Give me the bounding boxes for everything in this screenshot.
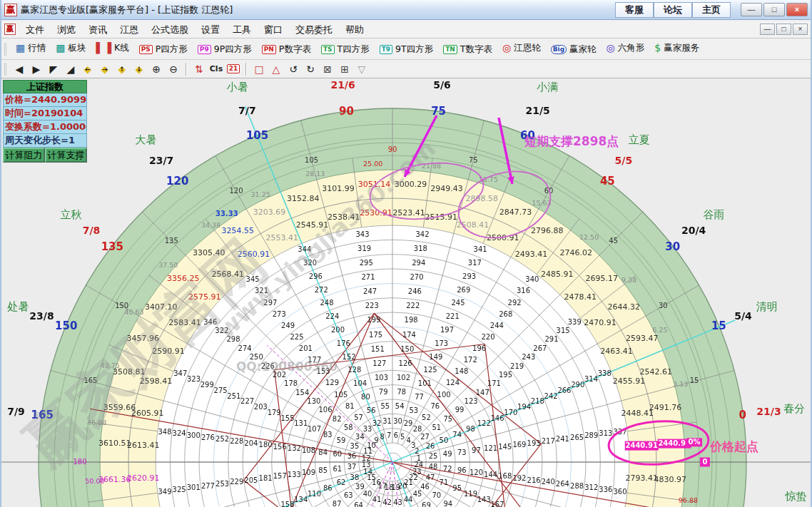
axis-flip-button[interactable]: ⇅ — [191, 61, 208, 76]
t-square-button[interactable]: TST四方形 — [316, 41, 375, 58]
panel-value-row: 价格=2440.9099 — [3, 93, 87, 107]
grid-x-button[interactable]: ⊠ — [319, 61, 336, 76]
quick-button[interactable]: 客服 — [615, 2, 654, 18]
toolbar-label: K线 — [114, 42, 129, 54]
p-table-button[interactable]: PNP数字表 — [257, 41, 316, 58]
zoom-in-button[interactable]: ⊕ — [148, 61, 165, 76]
winner-wheel-icon: Big — [551, 45, 567, 54]
toolbar-label: P数字表 — [279, 43, 311, 56]
toolbar-handle — [4, 43, 8, 56]
9t-square-button[interactable]: T99T四方形 — [375, 41, 439, 58]
menu-item[interactable]: 文件 — [19, 22, 51, 37]
pan-left-button[interactable]: ◆← — [79, 61, 96, 76]
pan-up-button[interactable]: ◆↑ — [113, 61, 131, 76]
quick-button[interactable]: 论坛 — [654, 2, 692, 18]
toolbar-separator — [245, 63, 247, 76]
app-menu-icon[interactable]: 赢 — [4, 24, 16, 35]
pan-right-button[interactable]: ◆→ — [96, 61, 113, 76]
quotes-icon: ▦ — [16, 43, 25, 53]
cls-button[interactable]: Cls — [208, 61, 225, 76]
toolbar-label: P四方形 — [156, 43, 188, 56]
menu-item[interactable]: 浏览 — [51, 22, 82, 37]
next-button[interactable]: ▶ — [28, 61, 45, 76]
prev-icon: ◀ — [16, 64, 24, 74]
hexagon-button[interactable]: ◎六角形 — [602, 40, 650, 56]
prev-button[interactable]: ◀ — [11, 61, 28, 76]
pointer-up-button[interactable]: ◤ — [45, 61, 62, 76]
toolbar-label: 板块 — [68, 42, 86, 54]
p-square-button[interactable]: PSP四方形 — [134, 41, 193, 58]
window-title: 赢家江恩专业版[赢家服务平台] - [上证指数 江恩轮] — [21, 4, 233, 16]
calc-resistance-button[interactable]: 计算阻力 — [3, 148, 45, 163]
winner-service-button[interactable]: $赢家服务 — [649, 40, 704, 56]
menu-item[interactable]: 江恩 — [113, 22, 145, 37]
arrow-glyph: ↑ — [119, 65, 125, 72]
toolbar-label: T数字表 — [460, 43, 492, 56]
arrow-glyph: ← — [85, 65, 91, 72]
menu-item[interactable]: 工具 — [226, 22, 258, 37]
fit-grid-button[interactable]: ⊞ — [336, 61, 353, 76]
arrow-glyph: → — [102, 65, 108, 72]
toolbar-handle — [4, 63, 8, 76]
kline-icon: ▌▐ — [96, 43, 111, 53]
grid-x-icon: ⊠ — [323, 64, 332, 74]
indicator-panel: 上证指数 价格=2440.9099时间=20190104变换系数=1.00000… — [3, 80, 87, 163]
minimize-button[interactable]: — — [741, 3, 762, 16]
9p-square-icon: P9 — [198, 45, 211, 54]
zoom-out-button[interactable]: ⊖ — [165, 61, 182, 76]
mdi-minimize-button[interactable]: — — [760, 24, 775, 35]
kline-button[interactable]: ▌▐K线 — [91, 40, 133, 56]
menu-item[interactable]: 设置 — [195, 22, 226, 37]
draw-square-button[interactable]: □ — [250, 61, 268, 76]
t-table-button[interactable]: TNT数字表 — [438, 41, 497, 58]
9p-square-button[interactable]: P99P四方形 — [193, 41, 257, 58]
pointer-down-button[interactable]: ◢ — [62, 61, 79, 76]
toolbar-label: 行情 — [28, 42, 46, 54]
rotate-cw-button[interactable]: ↻ — [302, 61, 319, 76]
draw-triangle-icon: △ — [273, 64, 280, 74]
chart-area: 上证指数 价格=2440.9099时间=20190104变换系数=1.00000… — [1, 78, 812, 507]
axis-flip-icon: ⇅ — [195, 64, 203, 74]
menu-item[interactable]: 公式选股 — [145, 22, 195, 37]
sectors-button[interactable]: ▩板块 — [51, 40, 91, 56]
toolbar-label: 六角形 — [618, 42, 645, 54]
mdi-close-button[interactable]: × — [793, 24, 808, 35]
draw-square-icon: □ — [254, 64, 263, 74]
sectors-icon: ▩ — [56, 43, 65, 53]
pointer-down-icon: ◢ — [67, 64, 75, 74]
draw-triangle-button[interactable]: △ — [268, 61, 285, 76]
pan-down-button[interactable]: ◆↓ — [131, 61, 148, 76]
menu-item[interactable]: 帮助 — [339, 22, 370, 37]
rotate-cw-icon: ↻ — [306, 64, 315, 74]
mdi-window-controls: —□× — [760, 24, 808, 35]
gann-wheel-icon: ◎ — [502, 43, 511, 53]
gann-wheel-button[interactable]: ◎江恩轮 — [497, 40, 546, 56]
quick-buttons: 客服论坛主页 — [615, 2, 731, 18]
menu-item[interactable]: 交易委托 — [289, 22, 339, 37]
panel-value-row: 周天变化步长=1 — [3, 134, 87, 148]
menu-item[interactable]: 资讯 — [82, 22, 113, 37]
calc-support-button[interactable]: 计算支撑 — [45, 148, 87, 163]
application-window: 赢 赢家江恩专业版[赢家服务平台] - [上证指数 江恩轮] 客服论坛主页 — … — [0, 0, 812, 507]
close-button[interactable]: × — [786, 3, 808, 16]
toolbar-label: 9T四方形 — [395, 43, 433, 56]
clear-button[interactable]: ▽ — [353, 61, 370, 76]
drawing-toolbar: ◀▶◤◢◆←◆→◆↑◆↓⊕⊖⇅Cls21□△↺↻⊠⊞▽ — [1, 60, 811, 78]
main-toolbar: ▦行情▩板块▌▐K线PSP四方形P99P四方形PNP数字表TST四方形T99T四… — [1, 39, 811, 60]
menu-item[interactable]: 窗口 — [258, 22, 289, 37]
9t-square-icon: T9 — [380, 45, 392, 54]
rotate-ccw-button[interactable]: ↺ — [285, 61, 302, 76]
menu-bar: 赢 文件浏览资讯江恩公式选股设置工具窗口交易委托帮助 —□× — [1, 20, 811, 39]
quotes-button[interactable]: ▦行情 — [11, 40, 51, 56]
p-table-icon: PN — [262, 45, 276, 54]
app-logo-icon: 赢 — [4, 4, 17, 16]
mdi-restore-button[interactable]: □ — [776, 24, 791, 35]
calendar-21-button[interactable]: 21 — [225, 61, 242, 76]
p-square-icon: PS — [139, 45, 153, 54]
pointer-up-icon: ◤ — [50, 64, 58, 74]
arrow-glyph: ↓ — [136, 65, 142, 72]
maximize-button[interactable]: □ — [763, 3, 785, 16]
quick-button[interactable]: 主页 — [692, 2, 731, 18]
gann-wheel-canvas[interactable] — [1, 78, 812, 507]
winner-wheel-button[interactable]: Big赢家轮 — [546, 41, 602, 58]
